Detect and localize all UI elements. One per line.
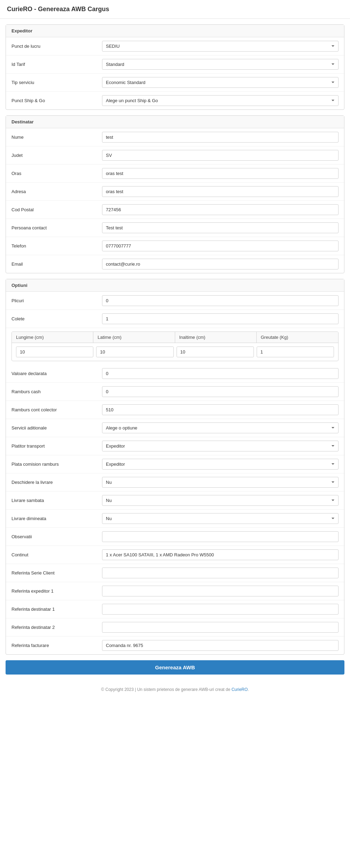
referinta-facturare-input[interactable]: [102, 640, 339, 651]
judet-row: Judet: [6, 146, 344, 165]
oras-row: Oras: [6, 165, 344, 183]
livrare-sambata-label: Livrare sambata: [11, 498, 102, 503]
lungime-header: Lungime (cm): [12, 332, 93, 343]
destinatar-section: Destinatar Nume Judet Oras Adresa Cod Po…: [6, 115, 344, 273]
ramburs-cont-colector-input[interactable]: [102, 404, 339, 415]
servicii-aditionale-select[interactable]: Alege o optiune: [102, 422, 339, 433]
expeditor-section: Expeditor Punct de lucru SEDIU Id Tarif …: [6, 24, 344, 110]
observatii-row: Observatii: [6, 528, 344, 546]
referinta-serie-client-input[interactable]: [102, 568, 339, 578]
ramburs-cont-colector-row: Ramburs cont colector: [6, 401, 344, 419]
footer-link[interactable]: CurieRO: [232, 687, 248, 692]
livrare-dimineata-select[interactable]: Nu Da: [102, 513, 339, 524]
page-title: CurieRO - Genereaza AWB Cargus: [0, 0, 350, 19]
punct-de-lucru-select[interactable]: SEDIU: [102, 41, 339, 52]
observatii-label: Observatii: [11, 534, 102, 539]
referinta-destinatar-1-input[interactable]: [102, 604, 339, 615]
destinatar-header: Destinatar: [6, 116, 344, 128]
referinta-expeditor-1-label: Referinta expeditor 1: [11, 588, 102, 594]
adresa-input[interactable]: [102, 186, 339, 197]
plata-comision-ramburs-select[interactable]: Expeditor: [102, 459, 339, 470]
persoana-contact-input[interactable]: [102, 222, 339, 233]
inaltime-cell: [175, 347, 255, 357]
livrare-sambata-row: Livrare sambata Nu Da: [6, 492, 344, 510]
livrare-dimineata-label: Livrare dimineata: [11, 516, 102, 521]
telefon-input[interactable]: [102, 241, 339, 251]
footer: © Copyright 2023 | Un sistem prietenos d…: [0, 680, 350, 699]
punct-ship-go-label: Punct Ship & Go: [11, 98, 102, 103]
ramburs-cash-row: Ramburs cash: [6, 383, 344, 401]
latime-input[interactable]: [96, 347, 173, 357]
adresa-row: Adresa: [6, 183, 344, 201]
servicii-aditionale-label: Servicii aditionale: [11, 425, 102, 431]
expeditor-header: Expeditor: [6, 25, 344, 37]
valoare-declarata-input[interactable]: [102, 368, 339, 379]
referinta-destinatar-2-label: Referinta destinatar 2: [11, 625, 102, 630]
referinta-destinatar-1-row: Referinta destinatar 1: [6, 600, 344, 618]
referinta-destinatar-1-label: Referinta destinatar 1: [11, 607, 102, 612]
continut-label: Continut: [11, 552, 102, 557]
optiuni-header: Optiuni: [6, 279, 344, 292]
inaltime-input[interactable]: [177, 347, 254, 357]
oras-label: Oras: [11, 171, 102, 176]
plicuri-label: Plicuri: [11, 298, 102, 303]
punct-de-lucru-row: Punct de lucru SEDIU: [6, 37, 344, 55]
continut-input[interactable]: [102, 549, 339, 560]
latime-cell: [95, 347, 175, 357]
punct-ship-go-select[interactable]: Alege un punct Ship & Go: [102, 95, 339, 106]
referinta-destinatar-2-input[interactable]: [102, 622, 339, 633]
ramburs-cash-input[interactable]: [102, 386, 339, 397]
lungime-cell: [15, 347, 95, 357]
inaltime-header: Inaltime (cm): [175, 332, 257, 343]
adresa-label: Adresa: [11, 189, 102, 194]
referinta-expeditor-1-input[interactable]: [102, 586, 339, 596]
email-input[interactable]: [102, 259, 339, 269]
dimensions-header: Lungime (cm) Latime (cm) Inaltime (cm) G…: [12, 332, 338, 343]
persoana-contact-label: Persoana contact: [11, 225, 102, 230]
deschidere-la-livrare-select[interactable]: Nu Da: [102, 477, 339, 488]
judet-input[interactable]: [102, 150, 339, 161]
colete-input[interactable]: [102, 313, 339, 324]
id-tarif-row: Id Tarif Standard: [6, 55, 344, 74]
tip-serviciu-row: Tip serviciu Economic Standard: [6, 74, 344, 92]
oras-input[interactable]: [102, 168, 339, 179]
referinta-serie-client-label: Referinta Serie Client: [11, 570, 102, 576]
nume-input[interactable]: [102, 132, 339, 143]
id-tarif-label: Id Tarif: [11, 62, 102, 67]
colete-label: Colete: [11, 316, 102, 321]
deschidere-la-livrare-label: Deschidere la livrare: [11, 480, 102, 485]
greutate-input[interactable]: [257, 347, 334, 357]
email-label: Email: [11, 261, 102, 267]
id-tarif-select[interactable]: Standard: [102, 59, 339, 70]
plicuri-input[interactable]: [102, 295, 339, 306]
nume-label: Nume: [11, 135, 102, 140]
cod-postal-label: Cod Postal: [11, 207, 102, 212]
email-row: Email: [6, 255, 344, 273]
nume-row: Nume: [6, 128, 344, 146]
observatii-input[interactable]: [102, 531, 339, 542]
referinta-facturare-row: Referinta facturare: [6, 637, 344, 654]
telefon-label: Telefon: [11, 243, 102, 249]
continut-row: Continut: [6, 546, 344, 564]
tip-serviciu-select[interactable]: Economic Standard: [102, 77, 339, 88]
latime-header: Latime (cm): [93, 332, 175, 343]
judet-label: Judet: [11, 153, 102, 158]
cod-postal-input[interactable]: [102, 204, 339, 215]
tip-serviciu-label: Tip serviciu: [11, 80, 102, 85]
ramburs-cont-colector-label: Ramburs cont colector: [11, 407, 102, 412]
platitor-transport-select[interactable]: Expeditor: [102, 441, 339, 451]
platitor-transport-label: Platitor transport: [11, 443, 102, 449]
deschidere-la-livrare-row: Deschidere la livrare Nu Da: [6, 473, 344, 492]
lungime-input[interactable]: [16, 347, 93, 357]
dimensions-inputs: [12, 343, 338, 361]
cod-postal-row: Cod Postal: [6, 201, 344, 219]
servicii-aditionale-row: Servicii aditionale Alege o optiune: [6, 419, 344, 437]
generate-awb-button[interactable]: Genereaza AWB: [6, 660, 344, 675]
dimensions-table: Lungime (cm) Latime (cm) Inaltime (cm) G…: [11, 332, 339, 361]
livrare-dimineata-row: Livrare dimineata Nu Da: [6, 510, 344, 528]
referinta-serie-client-row: Referinta Serie Client: [6, 564, 344, 582]
optiuni-section: Optiuni Plicuri Colete Lungime (cm) Lati…: [6, 279, 344, 655]
valoare-declarata-row: Valoare declarata: [6, 365, 344, 383]
valoare-declarata-label: Valoare declarata: [11, 371, 102, 376]
livrare-sambata-select[interactable]: Nu Da: [102, 495, 339, 506]
